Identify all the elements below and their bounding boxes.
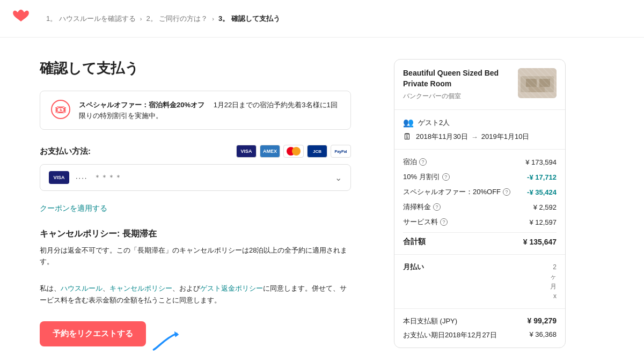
payment-due-row: お支払い期日2018年12月27日 ¥ 36,368 xyxy=(403,330,557,340)
left-column: 確認して支払う 🎟 スペシャルオファー：宿泊料金20%オフ 1月22日までの宿泊… xyxy=(40,59,351,348)
price-row-cleaning: 清掃料金 ? ¥ 2,592 xyxy=(403,202,557,212)
booking-dates: 2018年11月30日 → 2019年1月10日 xyxy=(416,132,529,142)
offer-text: スペシャルオファー：宿泊料金20%オフ 1月22日までの宿泊予約先着3名様に1回… xyxy=(79,100,340,121)
offer-icon: 🎟 xyxy=(51,100,70,119)
price-row-stay: 宿泊 ? ¥ 173,594 xyxy=(403,157,557,167)
paypal-icon: PayPal xyxy=(331,145,351,158)
total-label: 合計額 xyxy=(403,237,426,247)
price-value-cleaning: ¥ 2,592 xyxy=(533,203,557,211)
svg-marker-0 xyxy=(174,331,179,337)
price-label-stay: 宿泊 ? xyxy=(403,157,427,167)
guest-row: 👥 ゲスト2人 xyxy=(403,117,557,128)
house-rules-link[interactable]: ハウスルール xyxy=(61,284,103,292)
price-label-cleaning: 清掃料金 ? xyxy=(403,202,441,212)
cancel-policy-section: キャンセルポリシー: 長期滞在 初月分は返金不可です。この「長期滞在」のキャンセ… xyxy=(40,228,351,268)
payment-today-value: ¥ 99,279 xyxy=(528,316,557,326)
chevron-icon-2: › xyxy=(212,16,214,22)
booking-card-title: Beautiful Queen Sized Bed Private Room バ… xyxy=(403,68,511,101)
listing-subtitle: バンクーバーの個室 xyxy=(403,92,461,100)
page-title: 確認して支払う xyxy=(40,59,351,78)
request-button-wrapper: 予約をリクエストする xyxy=(40,321,146,346)
breadcrumb-step-2: 2。 ご同行の方は？ xyxy=(147,14,208,24)
cancel-policy-link[interactable]: キャンセルポリシー xyxy=(109,284,172,292)
payment-today-row: 本日支払額 (JPY) ¥ 99,279 xyxy=(403,316,557,326)
monthly-label: 月払い xyxy=(403,262,424,272)
payment-label: お支払い方法: xyxy=(40,146,91,157)
booking-card: Beautiful Queen Sized Bed Private Room バ… xyxy=(394,59,566,348)
listing-image xyxy=(518,68,557,98)
help-icon-service[interactable]: ? xyxy=(440,218,448,226)
special-offer-banner: 🎟 スペシャルオファー：宿泊料金20%オフ 1月22日までの宿泊予約先着3名様に… xyxy=(40,91,351,130)
mastercard-icon xyxy=(283,145,304,158)
selected-card-visa: VISA xyxy=(49,171,69,184)
agreement-text: 私は、ハウスルール、キャンセルポリシー、およびゲスト返金ポリシーに同意します。併… xyxy=(40,283,351,306)
chevron-down-icon: ⌄ xyxy=(335,173,342,183)
date-arrow-icon: → xyxy=(471,133,478,141)
coupon-link[interactable]: クーポンを適用する xyxy=(40,204,351,213)
price-row-total: 合計額 ¥ 135,647 xyxy=(403,232,557,247)
main-content: 確認して支払う 🎟 スペシャルオファー：宿泊料金20%オフ 1月22日までの宿泊… xyxy=(27,38,617,362)
amex-icon: AMEX xyxy=(260,145,280,158)
price-value-stay: ¥ 173,594 xyxy=(525,158,557,166)
help-icon-special[interactable]: ? xyxy=(503,188,510,196)
help-icon-stay[interactable]: ? xyxy=(419,158,427,166)
jcb-icon: JCB xyxy=(307,145,327,158)
monthly-row: 月払い 2ヶ月x xyxy=(403,262,557,301)
price-label-monthly: 10% 月割引 ? xyxy=(403,172,450,182)
price-breakdown: 宿泊 ? ¥ 173,594 10% 月割引 ? -¥ 17,712 スペシャル… xyxy=(394,150,565,255)
price-value-special: -¥ 35,424 xyxy=(527,188,557,196)
price-row-service: サービス料 ? ¥ 12,597 xyxy=(403,217,557,227)
breadcrumb: 1。 ハウスルールを確認する › 2。 ご同行の方は？ › 3。 確認して支払う xyxy=(46,14,280,24)
svg-rect-3 xyxy=(526,79,537,87)
cancel-policy-text: 初月分は返金不可です。この「長期滞在」のキャンセルポリシーは28泊以上の全予約に… xyxy=(40,245,351,268)
payment-header: お支払い方法: VISA AMEX JCB PayPal xyxy=(40,145,351,158)
total-value: ¥ 135,647 xyxy=(523,238,557,246)
payment-icons: VISA AMEX JCB PayPal xyxy=(236,145,351,158)
payment-due-value: ¥ 36,368 xyxy=(529,330,557,340)
visa-icon: VISA xyxy=(236,145,257,158)
payment-today-label: 本日支払額 (JPY) xyxy=(403,316,457,326)
card-selector[interactable]: VISA ···· ＊＊＊＊ ⌄ xyxy=(40,164,351,191)
breadcrumb-step-3: 3。 確認して支払う xyxy=(218,14,280,24)
guest-refund-link[interactable]: ゲスト返金ポリシー xyxy=(200,284,263,292)
help-icon-monthly[interactable]: ? xyxy=(442,173,450,181)
request-button[interactable]: 予約をリクエストする xyxy=(40,321,146,346)
monthly-section: 月払い 2ヶ月x xyxy=(394,255,565,309)
payment-due-section: 本日支払額 (JPY) ¥ 99,279 お支払い期日2018年12月27日 ¥… xyxy=(394,309,565,348)
airbnb-logo xyxy=(13,9,29,28)
svg-rect-5 xyxy=(529,87,545,92)
price-label-service: サービス料 ? xyxy=(403,217,448,227)
price-value-service: ¥ 12,597 xyxy=(529,218,557,226)
booking-info: 👥 ゲスト2人 🗓 2018年11月30日 → 2019年1月10日 xyxy=(394,110,565,150)
offer-text-bold: スペシャルオファー：宿泊料金20%オフ xyxy=(79,101,204,109)
price-label-special: スペシャルオファー：20%OFF ? xyxy=(403,187,510,197)
guest-icon: 👥 xyxy=(403,117,414,128)
checkin-date: 2018年11月30日 xyxy=(416,132,468,142)
listing-title: Beautiful Queen Sized Bed Private Room xyxy=(403,68,511,89)
cancel-policy-title: キャンセルポリシー: 長期滞在 xyxy=(40,228,351,240)
card-dots: ···· xyxy=(76,174,87,182)
help-icon-cleaning[interactable]: ? xyxy=(433,203,441,211)
calendar-icon: 🗓 xyxy=(403,132,412,142)
price-value-monthly: -¥ 17,712 xyxy=(527,173,557,181)
booking-card-header: Beautiful Queen Sized Bed Private Room バ… xyxy=(394,60,565,110)
payment-due-label: お支払い期日2018年12月27日 xyxy=(403,330,497,340)
svg-rect-1 xyxy=(518,68,557,98)
card-number: ＊＊＊＊ xyxy=(94,173,122,182)
svg-rect-2 xyxy=(521,76,554,92)
checkout-date: 2019年1月10日 xyxy=(481,132,530,142)
right-column: Beautiful Queen Sized Bed Private Room バ… xyxy=(394,59,566,348)
chevron-icon-1: › xyxy=(140,16,142,22)
monthly-value: 2ヶ月x xyxy=(550,262,557,301)
payment-section: お支払い方法: VISA AMEX JCB PayPal VI xyxy=(40,145,351,191)
card-selector-left: VISA ···· ＊＊＊＊ xyxy=(49,171,122,184)
date-row: 🗓 2018年11月30日 → 2019年1月10日 xyxy=(403,132,557,142)
price-row-special: スペシャルオファー：20%OFF ? -¥ 35,424 xyxy=(403,187,557,197)
blue-arrow-indicator xyxy=(151,328,184,357)
svg-rect-4 xyxy=(539,79,550,87)
breadcrumb-step-1: 1。 ハウスルールを確認する xyxy=(46,14,136,24)
price-row-monthly: 10% 月割引 ? -¥ 17,712 xyxy=(403,172,557,182)
header: 1。 ハウスルールを確認する › 2。 ご同行の方は？ › 3。 確認して支払う xyxy=(0,0,644,38)
guest-count: ゲスト2人 xyxy=(418,118,450,128)
agreement-section: 私は、ハウスルール、キャンセルポリシー、およびゲスト返金ポリシーに同意します。併… xyxy=(40,283,351,306)
